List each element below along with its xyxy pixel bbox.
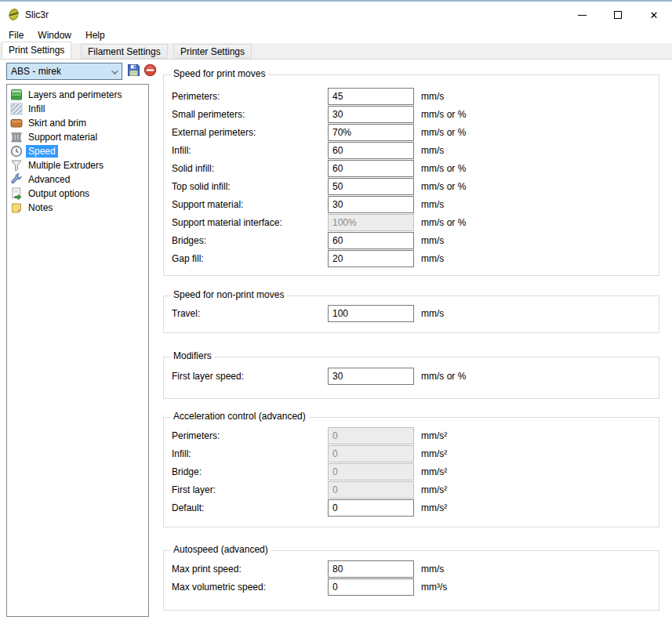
field-label: Perimeters: [172, 91, 328, 102]
field-unit: mm/s² [421, 430, 447, 441]
delete-preset-button[interactable] [143, 63, 158, 78]
field-row-max-volumetric-speed: Max volumetric speed:mm³/s [164, 578, 659, 596]
sidebar-item-label: Skirt and brim [26, 117, 89, 129]
field-unit: mm/s or % [421, 127, 466, 138]
sidebar-item-advanced[interactable]: Advanced [7, 172, 148, 187]
skirt-icon [10, 117, 23, 129]
field-label: Gap fill: [172, 253, 328, 264]
external-perimeters-input[interactable] [328, 124, 414, 141]
funnel-icon [10, 159, 23, 172]
field-unit: mm/s [421, 235, 444, 246]
field-unit: mm/s² [421, 484, 447, 495]
sidebar-item-layers-and-perimeters[interactable]: Layers and perimeters [7, 88, 148, 102]
field-label: Support material interface: [172, 217, 328, 228]
layers-icon [10, 89, 23, 101]
infill-input [328, 445, 414, 462]
sidebar-item-skirt-and-brim[interactable]: Skirt and brim [7, 116, 148, 130]
small-perimeters-input[interactable] [328, 106, 414, 123]
menu-bar: FileWindowHelp [0, 27, 672, 43]
app-window: Slic3r ✕ FileWindowHelp Print SettingsFi… [0, 0, 672, 620]
field-unit: mm/s [421, 145, 444, 156]
field-unit: mm/s² [421, 502, 447, 513]
tab-label: Filament Settings [88, 46, 161, 57]
maximize-icon [614, 11, 622, 19]
sidebar-item-label: Layers and perimeters [26, 89, 124, 101]
field-unit: mm/s [421, 91, 444, 102]
sidebar-item-output-options[interactable]: Output options [7, 187, 148, 201]
save-preset-button[interactable] [126, 63, 141, 78]
menu-item-window[interactable]: Window [31, 27, 78, 43]
sidebar-item-support-material[interactable]: Support material [7, 130, 148, 144]
field-row-solid-infill: Solid infill:mm/s or % [164, 159, 659, 177]
field-label: Bridges: [172, 235, 328, 246]
field-unit: mm/s or % [421, 163, 466, 174]
bridges-input[interactable] [328, 232, 414, 249]
solid-infill-input[interactable] [328, 160, 414, 177]
field-row-first-layer: First layer:mm/s² [164, 480, 659, 499]
field-label: Infill: [172, 448, 328, 459]
gap-fill-input[interactable] [328, 250, 414, 267]
minimize-icon [578, 15, 587, 16]
speed-clock-icon [10, 145, 23, 158]
infill-input[interactable] [328, 142, 414, 159]
menu-item-help[interactable]: Help [78, 27, 112, 43]
bridge-input [328, 463, 414, 480]
settings-category-list: Layers and perimetersInfillSkirt and bri… [6, 84, 149, 617]
sidebar-item-label: Notes [26, 201, 55, 214]
sidebar-item-notes[interactable]: Notes [7, 201, 148, 215]
field-label: Perimeters: [172, 430, 328, 441]
tab-filament-settings[interactable]: Filament Settings [81, 44, 168, 59]
field-row-top-solid-infill: Top solid infill:mm/s or % [164, 177, 659, 195]
support-material-input[interactable] [328, 196, 414, 213]
group-title: Autospeed (advanced) [170, 544, 271, 555]
delete-minus-icon [143, 63, 157, 79]
sidebar-item-label: Output options [26, 187, 92, 200]
field-unit: mm/s or % [421, 109, 466, 120]
sidebar-item-speed[interactable]: Speed [7, 144, 148, 158]
field-row-bridge: Bridge:mm/s² [164, 462, 659, 480]
field-row-bridges: Bridges:mm/s [164, 231, 659, 249]
preset-dropdown[interactable]: ABS - mirek [6, 63, 122, 80]
max-volumetric-speed-input[interactable] [328, 578, 414, 596]
group-acceleration-control-advanced: Acceleration control (advanced)Perimeter… [163, 417, 659, 528]
field-unit: mm/s² [421, 448, 447, 459]
field-label: Infill: [172, 145, 328, 156]
field-unit: mm³/s [421, 582, 447, 593]
tab-printer-settings[interactable]: Printer Settings [173, 44, 252, 59]
field-label: First layer: [172, 484, 328, 495]
minimize-button[interactable] [564, 3, 600, 27]
sidebar-item-multiple-extruders[interactable]: Multiple Extruders [7, 158, 148, 172]
first-layer-speed-input[interactable] [328, 368, 414, 385]
field-label: Travel: [172, 308, 328, 319]
group-rows: Perimeters:mm/s²Infill:mm/s²Bridge:mm/s²… [164, 418, 659, 517]
top-solid-infill-input[interactable] [328, 178, 414, 195]
group-speed-for-print-moves: Speed for print movesPerimeters:mm/sSmal… [163, 74, 659, 276]
tab-label: Printer Settings [180, 46, 245, 57]
field-unit: mm/s [421, 564, 444, 575]
tab-print-settings[interactable]: Print Settings [2, 42, 71, 59]
group-autospeed-advanced: Autospeed (advanced)Max print speed:mm/s… [163, 550, 659, 611]
field-unit: mm/s [421, 199, 444, 210]
field-row-infill: Infill:mm/s [164, 141, 659, 159]
window-controls: ✕ [564, 3, 672, 27]
sidebar-item-label: Speed [26, 145, 58, 158]
field-unit: mm/s² [421, 466, 447, 477]
maximize-button[interactable] [600, 3, 636, 27]
tab-bar: Print SettingsFilament SettingsPrinter S… [0, 43, 672, 60]
travel-input[interactable] [328, 305, 414, 322]
menu-item-file[interactable]: File [2, 27, 31, 43]
preset-dropdown-value: ABS - mirek [11, 66, 61, 77]
chevron-down-icon [111, 67, 118, 74]
field-row-default: Default:mm/s² [164, 499, 659, 517]
sidebar-item-label: Multiple Extruders [26, 159, 106, 172]
group-title: Speed for print moves [170, 68, 268, 79]
default-input[interactable] [328, 499, 414, 517]
group-rows: Max print speed:mm/sMax volumetric speed… [164, 551, 659, 596]
support-material-interface-input [328, 214, 414, 231]
close-button[interactable]: ✕ [636, 3, 672, 27]
max-print-speed-input[interactable] [328, 560, 414, 578]
sidebar-item-infill[interactable]: Infill [7, 102, 148, 116]
title-bar: Slic3r ✕ [0, 3, 672, 27]
perimeters-input[interactable] [328, 88, 414, 105]
perimeters-input [328, 427, 414, 444]
